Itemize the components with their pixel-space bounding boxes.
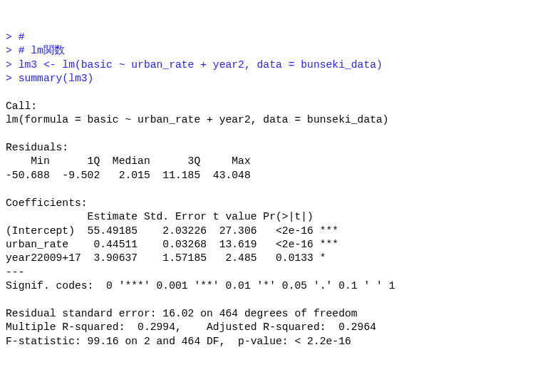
- r-squared: Multiple R-squared: 0.2994, Adjusted R-s…: [6, 321, 383, 333]
- residuals-header: Residuals:: [6, 142, 68, 153]
- console-input-line: > # lm関数: [6, 45, 65, 56]
- coefficients-colnames: Estimate Std. Error t value Pr(>|t|): [6, 211, 338, 222]
- summary-call-body: lm(formula = basic ~ urban_rate + year2,…: [6, 114, 389, 125]
- residual-std-error: Residual standard error: 16.02 on 464 de…: [6, 308, 358, 319]
- f-statistic: F-statistic: 99.16 on 2 and 464 DF, p-va…: [6, 336, 351, 347]
- console-input-line: > summary(lm3): [6, 73, 93, 84]
- coefficients-row-year2: year22009+17 3.90637 1.57185 2.485 0.013…: [6, 252, 338, 264]
- coefficients-row-intercept: (Intercept) 55.49185 2.03226 27.306 <2e-…: [6, 225, 338, 237]
- console-input-line: > #: [6, 31, 24, 43]
- coefficients-header: Coefficients:: [6, 197, 88, 209]
- residuals-names: Min 1Q Median 3Q Max: [6, 155, 257, 167]
- signif-dashes: ---: [6, 267, 24, 278]
- signif-codes: Signif. codes: 0 '***' 0.001 '**' 0.01 '…: [6, 280, 395, 292]
- coefficients-row-urbanrate: urban_rate 0.44511 0.03268 13.619 <2e-16…: [6, 239, 338, 250]
- residuals-values: -50.688 -9.502 2.015 11.185 43.048: [6, 170, 257, 181]
- console-input-line: > lm3 <- lm(basic ~ urban_rate + year2, …: [6, 59, 383, 71]
- summary-call-header: Call:: [6, 100, 37, 112]
